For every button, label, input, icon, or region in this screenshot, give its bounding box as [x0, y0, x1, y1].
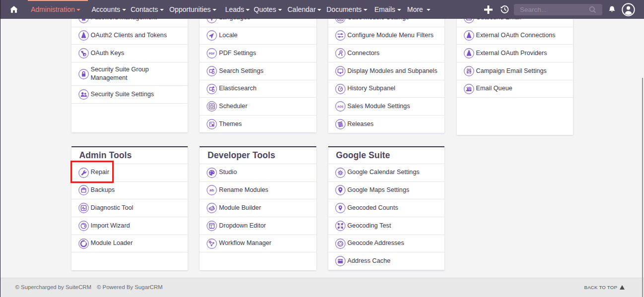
svg-text:PDF: PDF [209, 52, 215, 55]
svg-text:AOS: AOS [337, 105, 343, 108]
svg-text:ab: ab [210, 188, 214, 193]
